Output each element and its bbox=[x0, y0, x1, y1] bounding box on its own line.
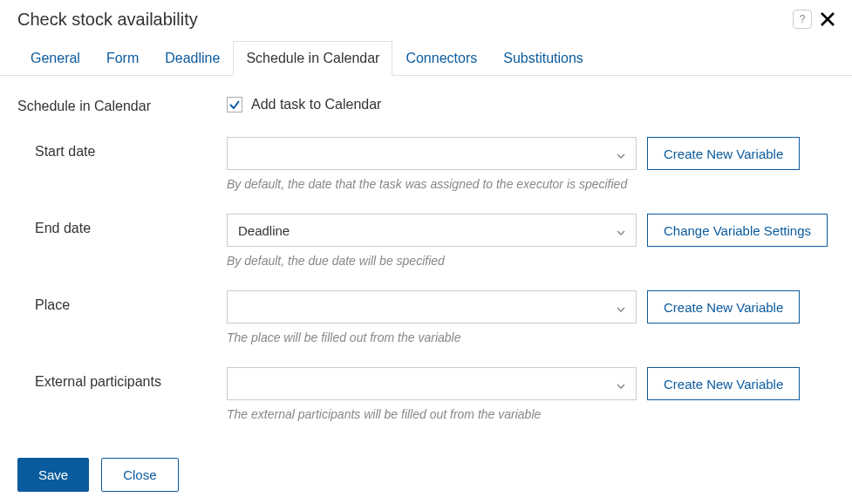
end-date-label: End date bbox=[35, 214, 227, 236]
tab-deadline[interactable]: Deadline bbox=[152, 41, 233, 76]
start-date-create-variable-button[interactable]: Create New Variable bbox=[647, 137, 800, 170]
tab-form[interactable]: Form bbox=[93, 41, 152, 76]
page-title: Check stock availability bbox=[17, 10, 198, 30]
chevron-down-icon bbox=[617, 223, 625, 238]
tab-schedule-in-calendar[interactable]: Schedule in Calendar bbox=[233, 41, 392, 76]
external-participants-help: The external participants will be filled… bbox=[227, 407, 835, 421]
end-date-change-variable-button[interactable]: Change Variable Settings bbox=[647, 214, 828, 247]
tab-substitutions[interactable]: Substitutions bbox=[490, 41, 596, 76]
external-participants-create-variable-button[interactable]: Create New Variable bbox=[647, 367, 800, 400]
help-button[interactable]: ? bbox=[793, 10, 812, 29]
place-label: Place bbox=[35, 290, 227, 313]
chevron-down-icon bbox=[617, 377, 625, 392]
close-icon bbox=[819, 10, 836, 28]
tab-general[interactable]: General bbox=[17, 41, 93, 76]
section-title: Schedule in Calendar bbox=[17, 97, 227, 114]
tabs: General Form Deadline Schedule in Calend… bbox=[0, 40, 852, 76]
end-date-help: By default, the due date will be specifi… bbox=[227, 254, 835, 268]
end-date-select[interactable]: Deadline bbox=[227, 214, 637, 247]
save-button[interactable]: Save bbox=[17, 458, 89, 492]
external-participants-select[interactable] bbox=[227, 367, 637, 400]
checkbox-label: Add task to Calendar bbox=[251, 97, 381, 112]
external-participants-label: External participants bbox=[35, 367, 227, 390]
add-to-calendar-checkbox[interactable] bbox=[227, 97, 242, 112]
close-footer-button[interactable]: Close bbox=[101, 458, 178, 492]
close-button[interactable] bbox=[817, 9, 838, 30]
start-date-help: By default, the date that the task was a… bbox=[227, 177, 835, 191]
chevron-down-icon bbox=[617, 300, 625, 315]
chevron-down-icon bbox=[617, 146, 625, 161]
tab-connectors[interactable]: Connectors bbox=[392, 41, 490, 76]
place-help: The place will be filled out from the va… bbox=[227, 330, 835, 344]
place-select[interactable] bbox=[227, 290, 637, 324]
start-date-label: Start date bbox=[35, 137, 227, 160]
end-date-value: Deadline bbox=[238, 223, 290, 238]
check-icon bbox=[228, 99, 241, 111]
place-create-variable-button[interactable]: Create New Variable bbox=[647, 290, 800, 324]
start-date-select[interactable] bbox=[227, 137, 637, 170]
